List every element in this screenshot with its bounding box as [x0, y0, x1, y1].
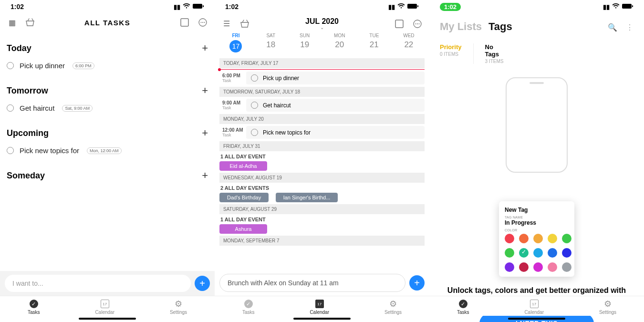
task-checkbox[interactable] — [251, 102, 258, 109]
event-pill[interactable]: Eid al-Adha — [219, 161, 267, 171]
basket-icon[interactable] — [25, 17, 35, 28]
home-indicator — [508, 318, 565, 320]
section-title: Someday — [7, 171, 45, 181]
quick-add-button[interactable]: + — [409, 275, 425, 291]
task-row[interactable]: Pick up dinner 6:00 PM — [7, 57, 208, 74]
svg-point-13 — [418, 23, 419, 24]
event-pill[interactable]: Ian Singer's Birthd... — [276, 193, 338, 202]
allday-label: 1 ALL DAY EVENT — [219, 214, 425, 224]
section-upcoming: Upcoming + — [7, 116, 208, 142]
agenda-task[interactable]: 9:00 AMTask Get haircut — [219, 98, 425, 112]
task-checkbox[interactable] — [7, 104, 14, 112]
color-swatch[interactable] — [562, 262, 571, 272]
more-icon[interactable] — [197, 17, 208, 28]
color-swatch[interactable] — [519, 262, 529, 272]
tab-calendar[interactable]: 17 Calendar — [95, 299, 114, 315]
calendar-icon: 17 — [100, 299, 110, 309]
premium-promo: New Tag TAG NAME In Progress COLOR — [429, 77, 644, 322]
tab-tasks[interactable]: ✓ Tasks — [242, 299, 255, 315]
tab-label: Settings — [170, 310, 187, 315]
tab-tasks[interactable]: ✓ Tasks — [457, 299, 469, 315]
col-priority[interactable]: Priority 0 ITEMS — [440, 43, 462, 64]
tab-bar: ✓ Tasks 17 Calendar ⚙ Settings — [215, 296, 429, 316]
screen-tags: 1:02 ▮▮ My Lists Tags 🔍 ⋮ Priority 0 ITE… — [429, 0, 644, 322]
task-row[interactable]: Get haircut Sat, 9:00 AM — [7, 100, 208, 116]
task-checkbox[interactable] — [251, 74, 258, 82]
tab-settings[interactable]: ⚙ Settings — [384, 299, 402, 315]
task-checkbox[interactable] — [7, 147, 14, 154]
add-upcoming-button[interactable]: + — [202, 127, 208, 139]
color-swatch[interactable] — [548, 248, 557, 258]
color-swatch[interactable] — [533, 248, 543, 258]
day-fri[interactable]: FRI17 — [229, 33, 242, 52]
more-icon[interactable]: ⋮ — [626, 23, 634, 32]
status-time-pill: 1:02 — [440, 3, 461, 11]
task-checkbox[interactable] — [7, 62, 14, 69]
gear-icon: ⚙ — [388, 299, 398, 309]
quick-add-input[interactable]: Brunch with Alex on Sunday at 11 am — [219, 274, 405, 292]
color-swatch[interactable] — [533, 234, 543, 243]
add-someday-button[interactable]: + — [202, 169, 208, 182]
color-swatch-selected[interactable] — [519, 248, 529, 258]
event-pill[interactable]: Dad's Birthday — [219, 193, 269, 202]
wifi-icon — [397, 3, 405, 10]
gear-icon: ⚙ — [174, 299, 183, 309]
status-bar: 1:02 ▮▮ — [0, 0, 215, 11]
task-row[interactable]: Pick new topics for Mon, 12:00 AM — [7, 142, 208, 159]
screen-calendar: 1:02 ▮▮ ☰ JUL 2020 ⌄ FRI17 SAT18 SUN19 M… — [215, 0, 429, 322]
square-icon[interactable] — [394, 19, 405, 29]
search-icon[interactable]: 🔍 — [608, 23, 617, 32]
tab-tags[interactable]: Tags — [488, 21, 512, 33]
day-tue[interactable]: TUE21 — [369, 33, 379, 52]
color-swatch[interactable] — [505, 248, 514, 258]
agenda-task[interactable]: 12:00 AMTask Pick new topics for — [219, 125, 425, 139]
more-icon[interactable] — [412, 19, 423, 29]
quick-add-button[interactable]: + — [195, 276, 210, 291]
gear-icon: ⚙ — [603, 299, 613, 309]
day-mon[interactable]: MON20 — [334, 33, 345, 52]
color-swatch[interactable] — [562, 234, 571, 243]
agenda-task[interactable]: 6:00 PMTask Pick up dinner — [219, 71, 425, 85]
task-checkbox[interactable] — [251, 129, 258, 136]
menu-icon[interactable]: ☰ — [221, 19, 232, 29]
status-right: ▮▮ — [388, 3, 419, 10]
day-sun[interactable]: SUN19 — [300, 33, 310, 52]
svg-rect-1 — [203, 5, 204, 7]
color-swatch[interactable] — [562, 248, 571, 258]
battery-icon — [622, 3, 634, 10]
add-tomorrow-button[interactable]: + — [202, 84, 208, 97]
add-today-button[interactable]: + — [202, 42, 208, 54]
event-pill[interactable]: Ashura — [219, 224, 267, 234]
new-tag-card: New Tag TAG NAME In Progress COLOR — [499, 201, 574, 277]
quick-add-bar: I want to... + — [0, 271, 215, 296]
color-swatch[interactable] — [505, 234, 514, 243]
grid-icon[interactable]: ▦ — [7, 17, 17, 28]
basket-icon[interactable] — [239, 19, 250, 29]
svg-point-4 — [201, 22, 202, 23]
quick-add-input[interactable]: I want to... — [5, 275, 191, 292]
day-wed[interactable]: WED22 — [403, 33, 414, 52]
tab-tasks[interactable]: ✓ Tasks — [28, 299, 40, 315]
square-icon[interactable] — [179, 17, 190, 28]
section-someday: Someday + — [7, 159, 208, 185]
color-swatch[interactable] — [548, 262, 557, 272]
day-sat[interactable]: SAT18 — [266, 33, 275, 52]
home-indicator — [79, 318, 136, 320]
tab-settings[interactable]: ⚙ Settings — [170, 299, 187, 315]
divider — [473, 43, 474, 64]
tab-calendar[interactable]: 17 Calendar — [524, 299, 544, 315]
color-swatch[interactable] — [505, 262, 514, 272]
col-no-tags[interactable]: NoTags 3 ITEMS — [485, 43, 504, 64]
color-swatch[interactable] — [533, 262, 543, 272]
color-swatch[interactable] — [548, 234, 557, 243]
tab-my-lists[interactable]: My Lists — [440, 21, 482, 33]
tab-settings[interactable]: ⚙ Settings — [599, 299, 616, 315]
tasks-icon: ✓ — [29, 299, 39, 309]
svg-rect-8 — [417, 5, 418, 7]
color-swatch[interactable] — [519, 234, 529, 243]
section-title: Upcoming — [7, 128, 49, 138]
section-title: Today — [7, 43, 31, 53]
header: ☰ JUL 2020 ⌄ — [215, 11, 429, 31]
tab-calendar[interactable]: 17 Calendar — [310, 299, 329, 315]
phone-illustration — [506, 77, 568, 173]
